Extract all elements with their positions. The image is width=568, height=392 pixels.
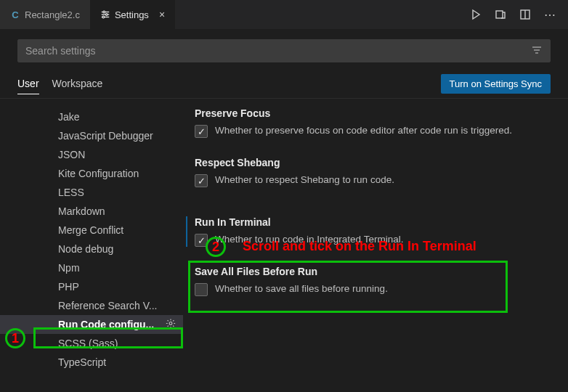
tab-label: Settings bbox=[115, 9, 149, 20]
sidebar-item-less[interactable]: LESS bbox=[0, 183, 183, 202]
sidebar-item-node-debug[interactable]: Node debug bbox=[0, 240, 183, 258]
setting-save-all-files-before-run: Save All Files Before Run Whether to sav… bbox=[195, 266, 553, 296]
checkbox-run-in-terminal[interactable] bbox=[195, 234, 208, 247]
scope-tab-user[interactable]: User bbox=[17, 73, 39, 94]
sidebar-item-run-code-configuration[interactable]: Run Code configu... bbox=[0, 315, 183, 334]
svg-point-3 bbox=[103, 11, 105, 13]
filter-icon[interactable] bbox=[531, 44, 543, 58]
settings-sync-button[interactable]: Turn on Settings Sync bbox=[441, 74, 551, 94]
sidebar-item-merge-conflict[interactable]: Merge Conflict bbox=[0, 221, 183, 240]
settings-icon bbox=[100, 9, 110, 20]
checkbox-respect-shebang[interactable] bbox=[195, 174, 208, 187]
checkbox-save-all-files[interactable] bbox=[195, 283, 208, 296]
tab-actions: ⋯ bbox=[469, 8, 568, 21]
tab-settings[interactable]: Settings × bbox=[90, 0, 175, 29]
setting-title: Preserve Focus bbox=[195, 107, 553, 119]
scope-tab-workspace[interactable]: Workspace bbox=[52, 73, 103, 94]
more-icon[interactable]: ⋯ bbox=[543, 8, 556, 21]
gear-icon[interactable] bbox=[166, 319, 176, 331]
scope-row: User Workspace Turn on Settings Sync bbox=[0, 70, 568, 99]
setting-title: Save All Files Before Run bbox=[195, 266, 553, 277]
sidebar-item-npm[interactable]: Npm bbox=[0, 258, 183, 277]
tab-label: Rectangle2.c bbox=[25, 9, 80, 20]
setting-description: Whether to save all files before running… bbox=[215, 282, 388, 296]
svg-rect-7 bbox=[496, 11, 503, 18]
svg-point-5 bbox=[102, 16, 105, 18]
setting-preserve-focus: Preserve Focus Whether to preserve focus… bbox=[195, 107, 553, 138]
run-icon[interactable] bbox=[469, 8, 482, 21]
open-preview-icon[interactable] bbox=[494, 8, 507, 21]
editor-tab-bar: C Rectangle2.c Settings × ⋯ bbox=[0, 0, 568, 29]
sidebar-item-kite-configuration[interactable]: Kite Configuration bbox=[0, 164, 183, 183]
sidebar-item-javascript-debugger[interactable]: JavaScript Debugger bbox=[0, 126, 183, 145]
sidebar-item-reference-search-view[interactable]: Reference Search V... bbox=[0, 296, 183, 315]
setting-description: Whether to respect Shebang to run code. bbox=[215, 173, 394, 187]
sidebar-item-scss-sass[interactable]: SCSS (Sass) bbox=[0, 334, 183, 353]
sidebar-item-markdown[interactable]: Markdown bbox=[0, 202, 183, 221]
sidebar-item-php[interactable]: PHP bbox=[0, 277, 183, 296]
setting-description: Whether to preserve focus on code editor… bbox=[215, 123, 512, 138]
search-input[interactable] bbox=[25, 45, 531, 57]
c-file-icon: C bbox=[10, 9, 20, 20]
close-icon[interactable]: × bbox=[159, 9, 165, 20]
setting-description: Whether to run code in Integrated Termin… bbox=[215, 232, 403, 247]
sidebar-item-label: Run Code configu... bbox=[58, 319, 154, 330]
search-box[interactable] bbox=[17, 39, 551, 62]
svg-marker-6 bbox=[473, 10, 479, 19]
setting-title: Run In Terminal bbox=[195, 216, 553, 228]
setting-title: Respect Shebang bbox=[195, 157, 553, 168]
setting-run-in-terminal: Run In Terminal Whether to run code in I… bbox=[186, 216, 553, 247]
setting-respect-shebang: Respect Shebang Whether to respect Sheba… bbox=[195, 157, 553, 187]
sidebar-item-jake[interactable]: Jake bbox=[0, 107, 183, 126]
sidebar-item-json[interactable]: JSON bbox=[0, 145, 183, 164]
settings-content: Preserve Focus Whether to preserve focus… bbox=[183, 99, 568, 392]
tab-rectangle2[interactable]: C Rectangle2.c bbox=[0, 0, 90, 29]
svg-point-4 bbox=[105, 14, 107, 16]
sidebar-item-typescript[interactable]: TypeScript bbox=[0, 353, 183, 372]
split-editor-icon[interactable] bbox=[519, 8, 532, 21]
settings-sidebar: Jake JavaScript Debugger JSON Kite Confi… bbox=[0, 99, 183, 392]
checkbox-preserve-focus[interactable] bbox=[195, 125, 208, 138]
svg-point-13 bbox=[169, 322, 172, 325]
